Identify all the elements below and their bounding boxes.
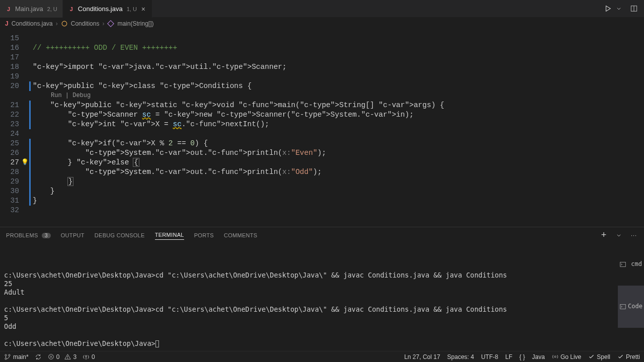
java-file-icon: J	[5, 20, 9, 27]
breadcrumb-class[interactable]: Conditions	[71, 20, 100, 27]
status-golive[interactable]: Go Live	[552, 353, 581, 360]
status-position[interactable]: Ln 27, Col 17	[404, 353, 440, 360]
status-spaces[interactable]: Spaces: 4	[447, 353, 474, 360]
split-editor-icon[interactable]	[630, 5, 638, 13]
tab-bar: J Main.java 2, U J Conditions.java 1, U …	[0, 0, 644, 18]
svg-point-11	[67, 358, 68, 358]
status-errors[interactable]: 0 3	[48, 353, 76, 360]
panel-tabs: PROBLEMS 3 OUTPUT DEBUG CONSOLE TERMINAL…	[0, 227, 644, 243]
svg-rect-3	[108, 21, 114, 27]
svg-point-7	[5, 358, 7, 359]
terminal-icon	[620, 244, 629, 285]
tab-main-java[interactable]: J Main.java 2, U	[0, 0, 63, 18]
branch-icon	[4, 353, 11, 360]
tab-label: Conditions.java	[78, 5, 123, 13]
terminal-dropdown-icon[interactable]	[615, 231, 623, 239]
broadcast-icon	[552, 353, 558, 360]
problems-badge: 3	[42, 233, 51, 238]
code-area[interactable]: // ++++++++++ ODD / EVEN ++++++++"c-key"…	[31, 30, 444, 227]
terminal-cursor	[155, 340, 159, 347]
svg-point-8	[9, 354, 10, 356]
terminal-sidebar: cmd Code	[618, 243, 644, 328]
gutter: 151617181920 212223242526272829303132	[0, 30, 23, 227]
tab-debug-console[interactable]: DEBUG CONSOLE	[95, 232, 145, 238]
more-icon[interactable]: ···	[630, 231, 638, 239]
terminal-session-cmd[interactable]: cmd	[618, 243, 644, 286]
tab-ports[interactable]: PORTS	[194, 232, 214, 238]
terminal[interactable]: cmd Code c:\Users\achet\OneDrive\Desktop…	[0, 243, 644, 351]
class-icon	[61, 20, 68, 27]
breadcrumb-file[interactable]: Conditions.java	[12, 20, 53, 27]
svg-point-2	[62, 21, 67, 26]
check-icon	[617, 353, 624, 360]
breadcrumb-method[interactable]: main(String[])	[117, 20, 153, 27]
method-icon	[107, 20, 114, 27]
svg-point-6	[5, 354, 7, 356]
close-icon[interactable]: ×	[140, 5, 147, 13]
run-dropdown-icon[interactable]	[615, 5, 623, 13]
svg-rect-4	[620, 262, 626, 266]
status-prettier[interactable]: Pretti	[617, 353, 640, 360]
warning-icon	[64, 353, 71, 360]
check-icon	[588, 353, 595, 360]
status-encoding[interactable]: UTF-8	[481, 353, 498, 360]
status-lang-braces[interactable]: { }	[519, 353, 525, 360]
tab-output[interactable]: OUTPUT	[61, 232, 85, 238]
bulb-column: 💡	[23, 30, 29, 227]
status-eol[interactable]: LF	[505, 353, 512, 360]
tab-comments[interactable]: COMMENTS	[224, 232, 258, 238]
new-terminal-icon[interactable]: +	[600, 231, 608, 239]
status-branch[interactable]: main*	[4, 353, 29, 360]
status-language[interactable]: Java	[532, 353, 545, 360]
status-bar: main* 0 3 0 Ln 27, Col 17 Spaces: 4 UTF-…	[0, 351, 644, 362]
terminal-icon	[620, 287, 626, 327]
lightbulb-icon[interactable]: 💡	[21, 158, 29, 167]
status-spell[interactable]: Spell	[588, 353, 610, 360]
tab-problems[interactable]: PROBLEMS 3	[6, 232, 51, 238]
tab-mods: 2, U	[47, 6, 57, 12]
svg-rect-5	[620, 304, 626, 309]
tab-terminal[interactable]: TERMINAL	[155, 232, 184, 240]
bottom-panel: PROBLEMS 3 OUTPUT DEBUG CONSOLE TERMINAL…	[0, 227, 644, 351]
run-icon[interactable]	[604, 5, 612, 13]
java-file-icon: J	[5, 6, 12, 13]
svg-point-12	[86, 355, 87, 357]
status-ports[interactable]: 0	[83, 353, 95, 360]
codelens-run-debug[interactable]: Run | Debug	[33, 91, 444, 101]
svg-point-13	[554, 356, 556, 357]
editor[interactable]: 151617181920 212223242526272829303132 💡 …	[0, 30, 644, 227]
chevron-right-icon: ›	[56, 20, 58, 27]
tab-actions	[604, 0, 644, 17]
java-file-icon: J	[68, 6, 75, 13]
tab-label: Main.java	[15, 5, 43, 13]
error-icon	[48, 353, 54, 360]
tab-mods: 1, U	[127, 6, 137, 12]
terminal-session-code[interactable]: Code	[618, 286, 644, 328]
breadcrumbs[interactable]: J Conditions.java › Conditions › main(St…	[0, 18, 644, 30]
tab-conditions-java[interactable]: J Conditions.java 1, U ×	[63, 0, 152, 18]
chevron-right-icon: ›	[102, 20, 104, 27]
radio-tower-icon	[83, 353, 90, 360]
sync-icon	[35, 353, 42, 360]
status-sync[interactable]	[35, 353, 42, 360]
